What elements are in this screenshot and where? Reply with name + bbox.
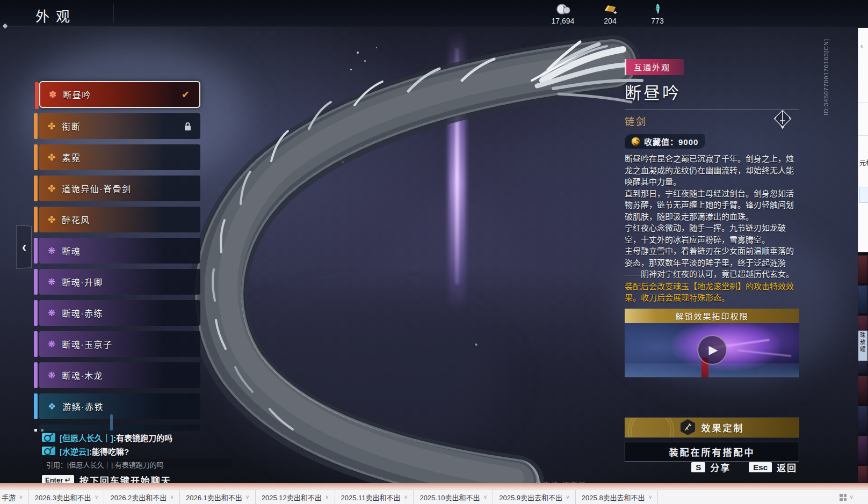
effect-customize-button[interactable]: 效果定制 <box>625 418 799 437</box>
equip-status-button[interactable]: 装配在所有搭配中 <box>625 442 799 462</box>
thumbnail[interactable] <box>858 255 867 283</box>
collection-value: 收藏值：9000 <box>644 136 698 147</box>
trefoil-icon: ❋ <box>48 246 55 255</box>
sheet-tab[interactable]: 2025.8卖出去和不出˅ <box>576 490 659 504</box>
dropdown-icon: ˅ <box>566 494 569 500</box>
divider <box>858 102 868 103</box>
dropdown-icon: ˅ <box>483 494 487 500</box>
cell-text: 元格 <box>859 158 868 167</box>
lock-icon <box>184 122 192 131</box>
sidebar-item-suni[interactable]: ✤ 素霓 <box>39 144 200 170</box>
description-paragraph: 主母静立雪中，看着链刃在少女面前温顺垂落的姿态，那双数年平淡的眸子里，终于泛起涟… <box>625 245 799 280</box>
sidebar-item-daoguiyixian[interactable]: ✤ 道诡异仙·脊骨剑 <box>39 176 200 201</box>
description-paragraph: 直到那日，宁红夜随主母经过剑台。剑身忽如活物苏醒，链节无声缠上她的手臂。锋刃轻触… <box>625 188 799 223</box>
tier-stripe <box>34 207 38 232</box>
thumbnail[interactable] <box>858 286 867 313</box>
sidebar-item-duanzhouyin[interactable]: ✽ 断昼吟 ✔ <box>39 81 200 108</box>
sidebar-item-xianduan[interactable]: ✤ 衔断 <box>39 113 200 139</box>
pinwheel-icon: ✤ <box>48 153 55 162</box>
sheet-tab[interactable]: 2025.9卖出去和不出˅ <box>493 490 576 504</box>
back-button[interactable]: Esc 返回 <box>749 461 797 474</box>
video-list-sliver: 珠敖鲤 <box>858 252 868 487</box>
chevron-left-icon: ‹ <box>22 240 26 254</box>
play-button[interactable]: ▶ <box>697 335 727 365</box>
sheet-tabs: 手游˅ 2026.3卖出和不出˅ 2026.2卖出和不出˅ 2026.1卖出和不… <box>0 490 868 504</box>
dropdown-icon: ˅ <box>19 494 23 500</box>
divider <box>858 135 868 136</box>
thumbnail[interactable] <box>858 376 867 404</box>
sidebar-item-duanhun-shengqing[interactable]: ❋ 断魂·升卿 <box>39 269 200 295</box>
key-hints: S 分享 Esc 返回 <box>691 461 797 474</box>
chat-text: :有表镜跑刀的吗 <box>113 432 172 443</box>
title-divider <box>113 4 113 23</box>
currency-coins[interactable]: 17,694 <box>546 3 580 26</box>
collection-coin-icon <box>631 137 640 146</box>
thumbnail[interactable] <box>858 436 867 464</box>
sheet-tab[interactable]: 2026.3卖出和不出˅ <box>29 490 105 504</box>
sidebar-item-duanhun-yujingzi[interactable]: ❋ 断魂·玉京子 <box>39 331 200 357</box>
sheet-grid-view-button[interactable]: ˅ <box>840 494 853 501</box>
pinwheel-icon: ✤ <box>48 122 55 131</box>
cross-platform-badge: 互通外观 <box>625 59 684 75</box>
currency-value: 204 <box>604 17 616 25</box>
chat-username[interactable]: [水逆云] <box>60 445 89 457</box>
currency-jade-feather[interactable]: 773 <box>640 3 675 26</box>
chat-message[interactable]: [水逆云] :能得吃嘛? <box>42 445 231 457</box>
sheet-tab[interactable]: 2026.1卖出和不出˅ <box>180 490 256 504</box>
chat-message[interactable]: [但愿人长久｜] :有表镜跑刀的吗 <box>42 432 231 443</box>
player-id-watermark: ID:34507700170163[CN] <box>823 39 829 115</box>
grid-icon <box>840 494 847 501</box>
sidebar-item-zuihuafeng[interactable]: ✤ 醉花风 <box>39 207 200 232</box>
wings-icon: ❖ <box>48 402 56 411</box>
s-key-badge: S <box>691 462 705 472</box>
dropdown-icon: ˅ <box>95 494 98 500</box>
collapse-panel-button[interactable]: ‹ <box>16 225 32 269</box>
currency-value: 17,694 <box>552 17 575 25</box>
trefoil-icon: ❋ <box>48 371 55 380</box>
thumbnail-caption: 珠敖鲤 <box>860 332 867 353</box>
sheet-tab[interactable]: 2025.10卖出和不出˅ <box>414 490 493 504</box>
sheet-tab[interactable]: 2025.11卖出和不出˅ <box>335 490 414 504</box>
dropdown-icon: ˅ <box>326 494 329 500</box>
sidebar-item-youlin-chitie[interactable]: ❖ 游鳞·赤铁 <box>39 393 200 419</box>
chat-quote: 引用：[但愿人长久｜]:有表镜跑刀的吗 <box>42 459 231 469</box>
pinwheel-icon: ✤ <box>48 184 55 193</box>
sheet-tab[interactable]: 手游˅ <box>0 490 29 504</box>
esc-key-badge: Esc <box>749 462 772 472</box>
svg-text:+: + <box>613 9 617 16</box>
item-detail-panel: 互通外观 断昼吟 链剑 收藏值：9000 断昼吟在昆仑之巅已沉寂了千年。剑身之上… <box>625 59 799 462</box>
spreadsheet-tab-bar: 手游˅ 2026.3卖出和不出˅ 2026.2卖出和不出˅ 2026.1卖出和不… <box>0 483 868 504</box>
sheet-tab[interactable]: 2026.2卖出和不出˅ <box>104 490 180 504</box>
game-viewport: 外观 17,694 + 204 773 <box>0 0 868 487</box>
currency-value: 773 <box>651 17 663 25</box>
blue-button-sliver[interactable] <box>859 187 868 203</box>
thumbnail[interactable] <box>858 406 867 434</box>
dropdown-icon: ˅ <box>246 494 249 500</box>
description-paragraph: 宁红夜心念微动，随手一挥。九节链刃如龙破空，十丈外的冰岩应声粉碎，雪雾腾空。 <box>625 222 799 245</box>
effect-video-thumbnail[interactable]: ▶ <box>625 323 799 377</box>
chat-username[interactable]: [但愿人长久｜] <box>60 432 113 443</box>
flower-icon: ✽ <box>49 90 56 99</box>
chain-sword-icon[interactable] <box>770 106 795 131</box>
sidebar-item-duanhun-mulong[interactable]: ❋ 断魂·木龙 <box>39 362 200 388</box>
jade-feather-icon <box>640 3 675 16</box>
sword-icon <box>680 419 696 435</box>
overlapping-window-sliver: ‹ 元格 珠敖鲤 <box>858 28 868 487</box>
sidebar-item-duanhun-chilian[interactable]: ❋ 断魂·赤练 <box>39 300 200 326</box>
dropdown-icon: ˅ <box>850 494 853 500</box>
tier-stripe <box>34 362 38 388</box>
currency-gold-ingot[interactable]: + 204 <box>593 3 627 26</box>
unlock-effect-header[interactable]: 解锁效果拓印权限 <box>625 309 799 323</box>
window-edge-strip <box>0 483 868 490</box>
share-button[interactable]: S 分享 <box>691 461 730 474</box>
header-underline <box>8 26 845 26</box>
gold-ingot-icon: + <box>593 3 627 16</box>
chat-text: :能得吃嘛? <box>89 445 129 457</box>
trefoil-icon: ❋ <box>48 309 55 318</box>
dropdown-icon: ˅ <box>404 494 408 500</box>
list-scrollbar[interactable] <box>110 414 113 430</box>
thumbnail-light[interactable]: 珠敖鲤 <box>858 331 867 361</box>
sidebar-item-duanhun[interactable]: ❋ 断魂 <box>39 238 200 264</box>
sheet-tab[interactable]: 2025.12卖出和不出˅ <box>256 490 335 504</box>
chevron-left-icon[interactable]: ‹ <box>860 42 863 50</box>
